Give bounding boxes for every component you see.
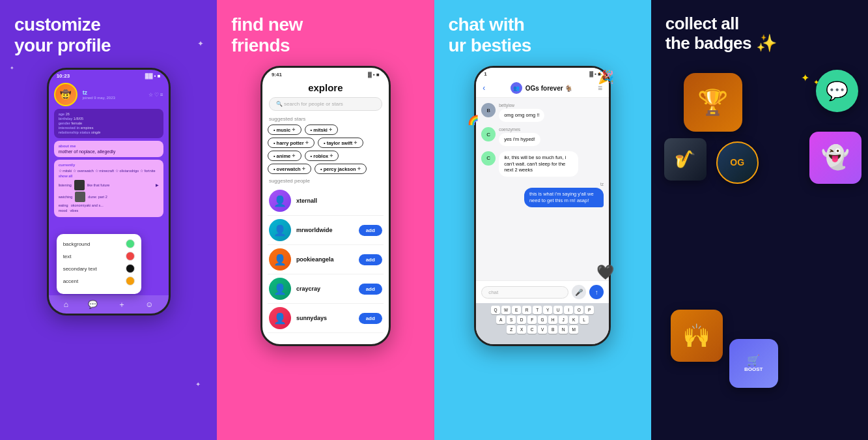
person-name-pookieangela: pookieangela [296, 256, 354, 263]
keyboard-row-3: Z X C V B N M [478, 325, 607, 334]
color-picker-popup[interactable]: background text secondary text accent [57, 234, 141, 294]
status-time-1: 10:23 [57, 73, 70, 79]
heart-emoji: 🖤 [596, 264, 614, 281]
key-L[interactable]: L [580, 315, 589, 324]
tag-anime[interactable]: • anime + [268, 151, 301, 161]
boost-emoji: 🛒 [747, 354, 760, 366]
audio-btn[interactable]: 🎤 [572, 285, 586, 299]
chat-header: ‹ 👥 OGs forever 🐐 ≡ [476, 79, 609, 98]
add-button-craycray[interactable]: add [359, 284, 382, 295]
key-G[interactable]: G [538, 315, 547, 324]
info-gender: gender female [59, 121, 159, 125]
keyboard-row-1: Q W E R T Y U I O P [478, 306, 607, 314]
panel-badges: collect allthe badges ✨ 🏆 💬 🎷 OG 👻 🙌 🛒 [651, 0, 868, 440]
profile-action-icons[interactable]: ☆ ♡ ≡ [148, 92, 163, 98]
show-all-link[interactable]: show all [59, 174, 73, 178]
key-A[interactable]: A [496, 315, 505, 324]
tag-rows: • music + • mitski + • harry potter + • … [262, 125, 389, 174]
key-B[interactable]: B [548, 325, 557, 334]
star-decoration-1: ✦ [197, 39, 204, 48]
key-T[interactable]: T [533, 306, 542, 314]
nav-home-icon[interactable]: ⌂ [64, 300, 68, 309]
trophy-emoji: 🏆 [697, 88, 728, 117]
msg-avatar-coenzymes-2: C [481, 151, 496, 166]
chat-menu-icon[interactable]: ≡ [598, 83, 602, 93]
chat-input-field[interactable]: chat [481, 286, 568, 299]
chat-title-group: 👥 OGs forever 🐐 [511, 82, 573, 94]
tag-overwatch[interactable]: • overwatch + [268, 164, 311, 174]
nav-add-icon[interactable]: ＋ [118, 299, 126, 310]
tag-harry-potter[interactable]: • harry potter + [268, 138, 315, 148]
key-S[interactable]: S [507, 315, 516, 324]
key-X[interactable]: X [517, 325, 526, 334]
star-mitski: ☆ mitski [59, 169, 72, 173]
tag-row-2: • harry potter + • taylor swift + [268, 138, 384, 148]
suggested-people-label: suggested people [262, 178, 389, 186]
info-interested: interested in empires [59, 126, 159, 130]
key-W[interactable]: W [501, 306, 511, 314]
profile-joined: joined 9 may, 2023 [83, 96, 115, 100]
phone-mockup-2: 9:41 ▓ ▪ ■ explore 🔍 search for people o… [260, 66, 391, 346]
color-pick-accent[interactable]: accent [63, 276, 135, 286]
key-I[interactable]: I [564, 306, 573, 314]
color-dot-secondary[interactable] [126, 264, 135, 273]
panel-1-title: customizeyour profile [0, 0, 217, 63]
panel-chat: chat withur besties 🎉 🌈 🖤 1 ▓ ▪ ■ ‹ 👥 OG… [434, 0, 651, 440]
key-J[interactable]: J [559, 315, 568, 324]
ghost-emoji: 👻 [821, 144, 850, 171]
tag-music[interactable]: • music + [268, 125, 301, 135]
key-F[interactable]: F [527, 315, 537, 324]
badge-hands: 🙌 [671, 310, 723, 362]
badge-boost: 🛒 BOOST [729, 339, 778, 388]
phone-mockup-1: 10:23 ▓▓ ▪ ■ 🤠 tz joined 9 may, 2023 ☆ ♡… [47, 68, 171, 315]
key-N[interactable]: N [559, 325, 568, 334]
explore-search-bar[interactable]: 🔍 search for people or stars [269, 97, 382, 111]
about-text: mother of noplace, allegedly [59, 149, 159, 154]
key-Q[interactable]: Q [491, 306, 500, 314]
nav-chat-icon[interactable]: 💬 [88, 300, 98, 309]
star-minecraft: ☆ minecraft [95, 169, 114, 173]
nav-profile-icon[interactable]: ☺ [145, 300, 153, 309]
chat-group-icon: 👥 [511, 82, 522, 94]
add-button-sunnydays[interactable]: add [359, 313, 382, 324]
key-K[interactable]: K [569, 315, 578, 324]
key-D[interactable]: D [517, 315, 526, 324]
key-Z[interactable]: Z [507, 325, 516, 334]
msg-avatar-coenzymes: C [481, 127, 496, 141]
key-V[interactable]: V [538, 325, 547, 334]
tag-row-4: • overwatch + • percy jackson + [268, 164, 384, 174]
boost-content: 🛒 BOOST [744, 354, 763, 373]
back-icon[interactable]: ‹ [483, 83, 485, 93]
color-dot-background[interactable] [126, 239, 135, 248]
key-P[interactable]: P [585, 306, 594, 314]
color-pick-secondary[interactable]: secondary text [63, 264, 135, 273]
bottom-nav[interactable]: ⌂ 💬 ＋ ☺ [49, 295, 169, 314]
profile-info-box: age 26 birthday 1/8/05 gender female int… [54, 109, 163, 138]
tag-mitski[interactable]: • mitski + [305, 125, 339, 135]
profile-header: 🤠 tz joined 9 may, 2023 ☆ ♡ ≡ [54, 83, 163, 106]
people-list: 👤 xternall 👤 mrworldwide add 👤 pookieang… [262, 186, 389, 333]
chat-group-name: OGs forever 🐐 [525, 85, 573, 92]
color-dot-text[interactable] [126, 252, 135, 261]
key-E[interactable]: E [512, 306, 521, 314]
key-O[interactable]: O [574, 306, 583, 314]
send-button[interactable]: ↑ [589, 285, 604, 299]
key-Y[interactable]: Y [543, 306, 552, 314]
key-R[interactable]: R [522, 306, 531, 314]
color-pick-background[interactable]: background [63, 239, 135, 248]
add-button-pookieangela[interactable]: add [359, 254, 382, 265]
tag-percy-jackson[interactable]: • percy jackson + [315, 164, 367, 174]
avatar: 🤠 [54, 83, 77, 106]
key-C[interactable]: C [527, 325, 537, 334]
color-label-accent: accent [63, 278, 79, 284]
person-avatar-mrworldwide: 👤 [269, 219, 291, 241]
key-M[interactable]: M [569, 325, 578, 334]
tag-row-1: • music + • mitski + [268, 125, 384, 135]
add-button-mrworldwide[interactable]: add [359, 225, 382, 236]
color-pick-text[interactable]: text [63, 252, 135, 261]
key-H[interactable]: H [548, 315, 557, 324]
color-dot-accent[interactable] [126, 276, 135, 286]
tag-roblox[interactable]: • roblox + [305, 151, 339, 161]
tag-taylor-swift[interactable]: • taylor swift + [318, 138, 363, 148]
key-U[interactable]: U [553, 306, 563, 314]
